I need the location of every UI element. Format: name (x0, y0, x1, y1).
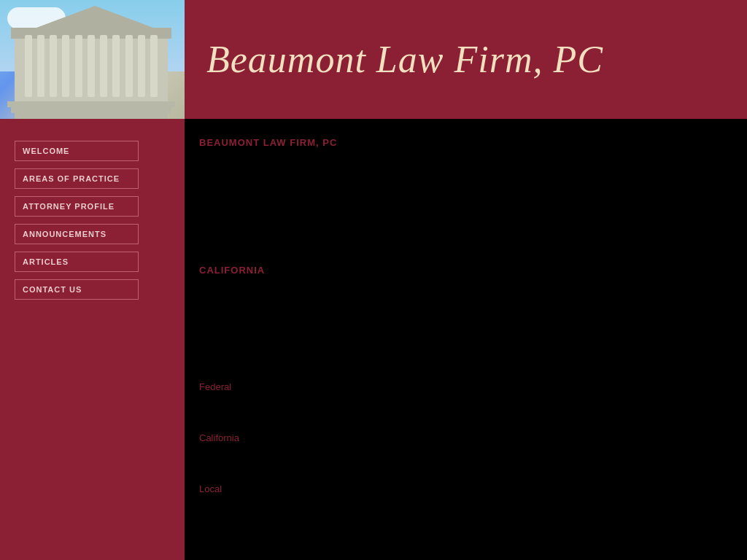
firm-title: Beaumont Law Firm, PC (185, 38, 747, 81)
nav-announcements[interactable]: ANNOUNCEMENTS (15, 224, 139, 244)
california-sub-heading: California (199, 432, 732, 443)
content-area: BEAUMONT LAW FIRM, PC CALIFORNIA Federal… (185, 119, 747, 560)
california-heading: CALIFORNIA (199, 265, 732, 276)
sidebar: WELCOME AREAS OF PRACTICE ATTORNEY PROFI… (0, 119, 185, 560)
header-image (0, 0, 185, 119)
nav-articles[interactable]: ARTICLES (15, 252, 139, 272)
header: Beaumont Law Firm, PC (0, 0, 747, 119)
federal-heading: Federal (199, 381, 732, 392)
nav-welcome[interactable]: WELCOME (15, 141, 139, 161)
nav-contact-us[interactable]: CONTACT US (15, 279, 139, 300)
nav-areas-of-practice[interactable]: AREAS OF PRACTICE (15, 168, 139, 189)
main-layout: WELCOME AREAS OF PRACTICE ATTORNEY PROFI… (0, 119, 747, 560)
nav-attorney-profile[interactable]: ATTORNEY PROFILE (15, 196, 139, 217)
firm-name-heading: BEAUMONT LAW FIRM, PC (199, 137, 732, 148)
local-heading: Local (199, 483, 732, 494)
